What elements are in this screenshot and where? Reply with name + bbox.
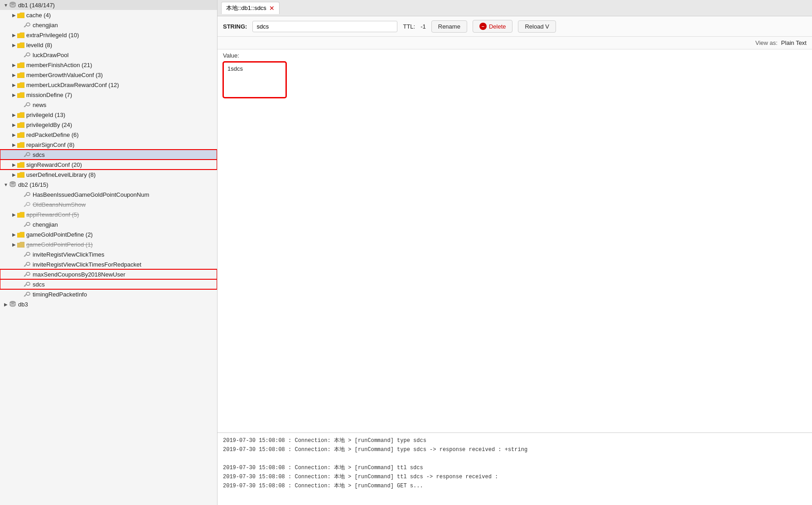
maxSendCoupons-label: maxSendCouponsBy2018NewUser <box>33 271 126 278</box>
sidebar-item-OldBeans[interactable]: OldBeansNumShow <box>0 199 217 209</box>
sidebar-item-cache[interactable]: cache (4) <box>0 10 217 20</box>
toolbar: STRING: TTL: -1 Rename – Delete Reload V <box>218 16 812 37</box>
levelId-folder-icon <box>17 41 24 49</box>
sdcs2-icon <box>24 281 31 288</box>
gameGoldPointDefine-label: gameGoldPointDefine (2) <box>26 231 93 238</box>
reload-button[interactable]: Reload V <box>518 20 556 33</box>
sidebar-item-luckDrawPool[interactable]: luckDrawPool <box>0 50 217 60</box>
memberGrowthValueConf-label: memberGrowthValueConf (3) <box>26 72 103 78</box>
svg-line-27 <box>25 256 25 257</box>
sidebar-item-db3[interactable]: db3 <box>0 299 217 309</box>
log-line-5: 2019-07-30 15:08:08 : Connection: 本地 > [… <box>223 482 807 490</box>
svg-line-33 <box>25 276 25 277</box>
sidebar-item-redPacketDefine[interactable]: redPacketDefine (6) <box>0 130 217 140</box>
db3-icon <box>9 301 16 308</box>
svg-point-16 <box>26 193 30 196</box>
sidebar-item-privilegeId[interactable]: privilegeId (13) <box>0 110 217 120</box>
privilegeId-label: privilegeId (13) <box>26 112 65 118</box>
luckDrawPool-label: luckDrawPool <box>33 52 68 58</box>
maxSendCoupons-icon <box>24 271 31 278</box>
gameGoldPointDefine-folder-icon <box>17 231 24 238</box>
inviteRegistViewClickTimesForRedpacket-icon <box>24 261 31 268</box>
svg-line-4 <box>25 26 25 27</box>
cache-folder-icon <box>17 11 24 19</box>
sidebar-item-memberGrowthValueConf[interactable]: memberGrowthValueConf (3) <box>0 70 217 80</box>
sidebar-item-inviteRegistViewClickTimesForRedpacket[interactable]: inviteRegistViewClickTimesForRedpacket <box>0 259 217 269</box>
redPacketDefine-label: redPacketDefine (6) <box>26 131 79 138</box>
signRewardConf-folder-icon <box>17 161 24 168</box>
chengjian-label: chengjian <box>33 22 58 29</box>
db1-expand-arrow[interactable] <box>3 2 9 8</box>
sidebar-item-repairSignConf[interactable]: repairSignConf (8) <box>0 140 217 150</box>
cache-arrow[interactable] <box>11 12 17 18</box>
tab-sdcs[interactable]: 本地::db1::sdcs ✕ <box>221 2 280 14</box>
main-panel: 本地::db1::sdcs ✕ STRING: TTL: -1 Rename –… <box>218 0 812 505</box>
sidebar-item-gameGoldPointPeriod[interactable]: gameGoldPointPeriod (1) <box>0 239 217 249</box>
userDefineLevelLibrary-folder-icon <box>17 171 24 178</box>
repairSignConf-folder-icon <box>17 141 24 148</box>
sidebar-item-privilegeIdBy[interactable]: privilegeIdBy (24) <box>0 120 217 130</box>
sidebar-item-levelId[interactable]: levelId (8) <box>0 40 217 50</box>
memberGrowthValueConf-folder-icon <box>17 71 24 78</box>
sidebar: db1 (148/147) cache (4) chengjian extraP… <box>0 0 218 505</box>
sidebar-item-news[interactable]: news <box>0 100 217 110</box>
log-line-4: 2019-07-30 15:08:08 : Connection: 本地 > [… <box>223 473 807 481</box>
svg-point-34 <box>26 282 30 286</box>
appiRewardConf-label: appiRewardConf (5) <box>26 211 79 218</box>
sidebar-item-gameGoldPointDefine[interactable]: gameGoldPointDefine (2) <box>0 229 217 239</box>
svg-point-37 <box>26 292 30 296</box>
ttl-value: -1 <box>420 23 426 30</box>
svg-point-2 <box>26 23 30 26</box>
sidebar-item-signRewardConf[interactable]: signRewardConf (20) <box>0 160 217 170</box>
sidebar-item-sdcs[interactable]: sdcs <box>0 150 217 160</box>
HasBeen-icon <box>24 191 31 198</box>
svg-point-22 <box>26 223 30 226</box>
svg-point-5 <box>26 53 30 56</box>
sidebar-item-userDefineLevelLibrary[interactable]: userDefineLevelLibrary (8) <box>0 170 217 180</box>
inviteRegistViewClickTimes-label: inviteRegistViewClickTimes <box>33 251 104 258</box>
svg-line-21 <box>25 206 25 207</box>
sidebar-item-db2[interactable]: db2 (16/15) <box>0 180 217 189</box>
missionDefine-folder-icon <box>17 91 24 98</box>
svg-line-13 <box>25 156 25 157</box>
sidebar-item-chengjian2[interactable]: chengjian <box>0 219 217 229</box>
rename-button[interactable]: Rename <box>431 20 467 33</box>
extraPrivilegeId-arrow[interactable] <box>11 32 17 38</box>
OldBeans-icon <box>24 201 31 208</box>
log-line-spacer <box>223 455 807 463</box>
sidebar-item-HasBeen[interactable]: HasBeenIssuedGameGoldPointCouponNum <box>0 189 217 199</box>
svg-point-11 <box>26 153 30 156</box>
view-as-row: View as: Plain Text <box>218 37 812 49</box>
sidebar-item-inviteRegistViewClickTimes[interactable]: inviteRegistViewClickTimes <box>0 249 217 259</box>
key-input[interactable] <box>252 21 397 32</box>
value-editor[interactable]: 1sdcs <box>223 62 286 98</box>
sidebar-item-extraPrivilegeId[interactable]: extraPrivilegeId (10) <box>0 30 217 40</box>
delete-button[interactable]: – Delete <box>473 20 513 33</box>
tab-close-button[interactable]: ✕ <box>269 5 275 12</box>
svg-point-14 <box>10 182 15 184</box>
missionDefine-label: missionDefine (7) <box>26 92 72 98</box>
sidebar-item-timingRedPacketInfo[interactable]: timingRedPacketInfo <box>0 289 217 299</box>
db2-expand-arrow[interactable] <box>3 181 9 188</box>
sidebar-item-maxSendCoupons[interactable]: maxSendCouponsBy2018NewUser <box>0 269 217 279</box>
levelId-arrow[interactable] <box>11 42 17 48</box>
log-line-2: 2019-07-30 15:08:08 : Connection: 本地 > [… <box>223 446 807 454</box>
sidebar-item-missionDefine[interactable]: missionDefine (7) <box>0 90 217 100</box>
svg-line-7 <box>25 56 25 57</box>
OldBeans-label: OldBeansNumShow <box>33 201 86 208</box>
sidebar-item-chengjian[interactable]: chengjian <box>0 20 217 30</box>
tab-bar: 本地::db1::sdcs ✕ <box>218 0 812 16</box>
sidebar-item-appiRewardConf[interactable]: appiRewardConf (5) <box>0 209 217 219</box>
sidebar-item-sdcs2[interactable]: sdcs <box>0 279 217 289</box>
db3-expand-arrow[interactable] <box>3 301 9 307</box>
sidebar-item-memberLuckDrawRewardConf[interactable]: memberLuckDrawRewardConf (12) <box>0 80 217 90</box>
ttl-label: TTL: <box>403 23 415 30</box>
userDefineLevelLibrary-label: userDefineLevelLibrary (8) <box>26 171 96 178</box>
sidebar-item-db1[interactable]: db1 (148/147) <box>0 0 217 10</box>
news-icon <box>24 101 31 108</box>
timingRedPacketInfo-label: timingRedPacketInfo <box>33 291 87 298</box>
extraPrivilegeId-label: extraPrivilegeId (10) <box>26 32 79 39</box>
chengjian2-icon <box>24 221 31 228</box>
svg-line-24 <box>25 226 25 227</box>
sidebar-item-memberFinishAction[interactable]: memberFinishAction (21) <box>0 60 217 70</box>
